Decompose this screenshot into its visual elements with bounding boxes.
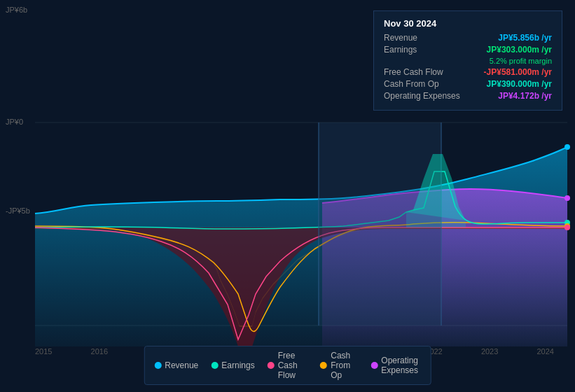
tooltip-value-revenue: JP¥5.856b /yr bbox=[498, 33, 552, 43]
legend-item-revenue[interactable]: Revenue bbox=[154, 351, 198, 380]
tooltip-row-opex: Operating Expenses JP¥4.172b /yr bbox=[384, 91, 552, 101]
tooltip-value-cashfromop: JP¥390.000m /yr bbox=[487, 79, 552, 89]
legend-dot-fcf bbox=[268, 362, 275, 369]
tooltip-label-cashfromop: Cash From Op bbox=[384, 79, 461, 89]
legend: Revenue Earnings Free Cash Flow Cash Fro… bbox=[144, 346, 431, 385]
legend-dot-earnings bbox=[211, 362, 218, 369]
tooltip-label-opex: Operating Expenses bbox=[384, 91, 461, 101]
legend-dot-revenue bbox=[154, 362, 161, 369]
legend-label-fcf: Free Cash Flow bbox=[278, 351, 308, 380]
tooltip-value-earnings: JP¥303.000m /yr bbox=[487, 45, 552, 55]
tooltip-profit-margin: 5.2% profit margin bbox=[384, 57, 552, 65]
chart-svg bbox=[0, 108, 575, 354]
tooltip-label-fcf: Free Cash Flow bbox=[384, 67, 461, 77]
svg-point-10 bbox=[564, 225, 570, 230]
tooltip-row-revenue: Revenue JP¥5.856b /yr bbox=[384, 33, 552, 43]
tooltip-row-earnings: Earnings JP¥303.000m /yr bbox=[384, 45, 552, 55]
tooltip-row-fcf: Free Cash Flow -JP¥581.000m /yr bbox=[384, 67, 552, 77]
tooltip-value-opex: JP¥4.172b /yr bbox=[498, 91, 552, 101]
tooltip-label-revenue: Revenue bbox=[384, 33, 461, 43]
x-label-2016: 2016 bbox=[91, 347, 108, 356]
legend-label-earnings: Earnings bbox=[221, 360, 254, 370]
tooltip-row-cashfromop: Cash From Op JP¥390.000m /yr bbox=[384, 79, 552, 89]
tooltip-value-fcf: -JP¥581.000m /yr bbox=[484, 67, 552, 77]
legend-dot-cashfromop bbox=[320, 362, 327, 369]
legend-item-fcf[interactable]: Free Cash Flow bbox=[268, 351, 308, 380]
tooltip-card: Nov 30 2024 Revenue JP¥5.856b /yr Earnin… bbox=[373, 10, 562, 111]
x-label-2024: 2024 bbox=[536, 347, 553, 356]
x-label-2023: 2023 bbox=[481, 347, 498, 356]
svg-point-7 bbox=[564, 195, 570, 201]
legend-label-revenue: Revenue bbox=[165, 360, 198, 370]
chart-area bbox=[0, 108, 575, 354]
legend-item-opex[interactable]: Operating Expenses bbox=[370, 351, 420, 380]
legend-item-earnings[interactable]: Earnings bbox=[211, 351, 254, 380]
legend-label-cashfromop: Cash From Op bbox=[331, 351, 358, 380]
legend-item-cashfromop[interactable]: Cash From Op bbox=[320, 351, 358, 380]
legend-dot-opex bbox=[370, 362, 377, 369]
tooltip-label-earnings: Earnings bbox=[384, 45, 461, 55]
tooltip-date: Nov 30 2024 bbox=[384, 18, 552, 29]
legend-label-opex: Operating Expenses bbox=[381, 356, 420, 375]
x-label-2015: 2015 bbox=[35, 347, 52, 356]
y-label-top: JP¥6b bbox=[6, 6, 27, 14]
svg-point-6 bbox=[564, 144, 570, 150]
